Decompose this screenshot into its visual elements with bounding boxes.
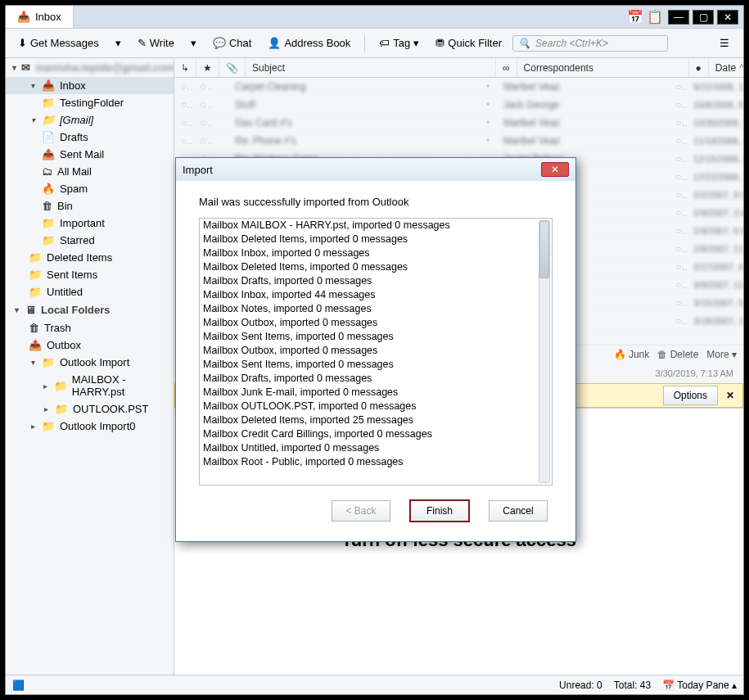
download-icon: ⬇ [18,37,27,49]
message-row[interactable]: ○☆Stuff•Jack George○10/8/2006, 5:18 … [174,96,743,114]
search-icon: 🔍 [518,38,530,49]
import-result-line: Mailbox Credit Card Billings, imported 0… [203,427,537,441]
dialog-message: Mail was successfully imported from Outl… [199,196,553,208]
close-button[interactable]: ✕ [717,10,738,25]
import-result-line: Mailbox Deleted Items, imported 25 messa… [203,413,537,427]
folder-starred[interactable]: 📁 Starred [6,232,174,249]
filter-icon: ⛃ [435,37,444,49]
person-icon: 👤 [268,37,281,49]
status-total: Total: 43 [614,680,651,691]
import-result-line: Mailbox Notes, imported 0 messages [203,302,537,316]
dialog-scrollbar[interactable] [539,220,550,483]
col-thread[interactable]: ↳ [174,58,196,77]
chat-button[interactable]: 💬 Chat [207,33,257,53]
folder-mailbox-harry[interactable]: ▸📁 MAILBOX - HARRY.pst [6,371,174,400]
import-result-line: Mailbox Inbox, imported 44 messages [203,288,537,302]
tag-icon: 🏷 [379,37,390,49]
import-result-line: Mailbox Drafts, imported 0 messages [203,372,537,386]
import-result-line: Mailbox Untitled, imported 0 messages [203,441,537,455]
folder-untitled[interactable]: 📁 Untitled [6,283,174,300]
scrollbar-thumb[interactable] [539,221,549,278]
cancel-button[interactable]: Cancel [489,500,548,522]
col-star[interactable]: ★ [196,58,219,77]
search-input[interactable]: 🔍 Search <Ctrl+K> [512,35,668,52]
import-result-line: Mailbox MAILBOX - HARRY.pst, imported 0 … [203,219,537,233]
status-bar: 🟦 Unread: 0 Total: 43 📅 Today Pane ▴ [6,675,743,694]
import-result-line: Mailbox OUTLOOK.PST, imported 0 messages [203,400,537,413]
import-result-line: Mailbox Outbox, imported 0 messages [203,316,537,330]
online-icon[interactable]: 🟦 [12,680,25,691]
folder-sent-items[interactable]: 📁 Sent Items [6,266,174,283]
minimize-button[interactable]: — [668,10,689,25]
chat-icon: 💬 [213,37,226,49]
tab-title: Inbox [35,11,61,23]
junk-button[interactable]: 🔥 Junk [614,349,650,360]
folder-outbox[interactable]: 📤 Outbox [6,336,174,354]
tag-button[interactable]: 🏷 Tag▾ [373,33,425,53]
import-result-line: Mailbox Deleted Items, imported 0 messag… [203,233,537,246]
more-button[interactable]: More ▾ [706,349,737,360]
folder-testing[interactable]: 📁 TestingFolder [6,94,174,111]
back-button[interactable]: < Back [332,500,390,522]
dialog-close-button[interactable]: ✕ [541,162,569,177]
import-result-line: Mailbox Sent Items, imported 0 messages [203,358,537,372]
folder-all-mail[interactable]: 🗂 All Mail [6,163,174,180]
folder-tree: ▾ ✉ manisha.lepide@gmail.com ▾📥 Inbox 📁 … [6,58,174,675]
col-read[interactable]: ∞ [496,58,517,77]
window-tab[interactable]: 📥 Inbox [6,6,74,29]
message-row[interactable]: ○☆Carpet Cleaning•Maribel Veaz○9/22/2006… [174,78,743,96]
folder-spam[interactable]: 🔥 Spam [6,180,174,197]
collapse-icon[interactable]: ▾ [12,63,16,72]
mail-icon: ✉ [21,61,30,74]
write-button[interactable]: ✎ Write [132,33,180,53]
import-dialog: Import ✕ Mail was successfully imported … [175,157,576,542]
folder-bin[interactable]: 🗑 Bin [6,197,174,215]
import-result-line: Mailbox Deleted Items, imported 0 messag… [203,260,537,274]
col-attach[interactable]: 📎 [219,58,246,77]
message-row[interactable]: ○☆Re: Phone #'s•Maribel Veaz○11/18/2006,… [174,132,743,150]
calendar-icon[interactable]: 📅 [627,9,643,25]
main-toolbar: ⬇ Get Messages ▾ ✎ Write ▾ 💬 Chat 👤 Addr… [6,29,743,58]
folder-trash[interactable]: 🗑 Trash [6,319,174,336]
message-row[interactable]: ○☆Gas Card #'s•Maribel Veaz○10/30/2006, … [174,114,743,132]
import-result-line: Mailbox Outbox, imported 0 messages [203,344,537,358]
account-row[interactable]: ▾ ✉ manisha.lepide@gmail.com [6,58,174,77]
options-close-icon[interactable]: ✕ [726,390,734,401]
import-result-line: Mailbox Drafts, imported 0 messages [203,274,537,288]
menu-button[interactable]: ☰ [712,33,737,53]
delete-button[interactable]: 🗑 Delete [657,349,698,360]
import-result-line: Mailbox Sent Items, imported 0 messages [203,330,537,344]
folder-inbox[interactable]: ▾📥 Inbox [6,77,174,94]
column-header: ↳ ★ 📎 Subject ∞ Correspondents ● Date ^ … [174,58,743,78]
address-book-button[interactable]: 👤 Address Book [262,33,356,53]
folder-outlook-pst[interactable]: ▸📁 OUTLOOK.PST [6,400,174,418]
dialog-title: Import [183,164,213,176]
folder-gmail[interactable]: ▾📁 [Gmail] [6,111,174,129]
folder-drafts[interactable]: 📄 Drafts [6,129,174,146]
tasks-icon[interactable]: 📋 [647,9,663,25]
pencil-icon: ✎ [138,37,147,49]
import-result-line: Mailbox Inbox, imported 0 messages [203,246,537,260]
get-messages-dropdown[interactable]: ▾ [110,33,127,53]
finish-button[interactable]: Finish [410,500,469,522]
col-date[interactable]: Date ^ [709,58,743,77]
write-dropdown[interactable]: ▾ [185,33,202,53]
folder-sent-mail[interactable]: 📤 Sent Mail [6,146,174,163]
col-subject[interactable]: Subject [246,58,496,77]
today-pane-button[interactable]: 📅 Today Pane ▴ [662,680,737,691]
local-folders[interactable]: ▾🖥 Local Folders [6,300,174,319]
folder-important[interactable]: 📁 Important [6,215,174,232]
import-results-list[interactable]: Mailbox MAILBOX - HARRY.pst, imported 0 … [199,218,553,485]
options-button[interactable]: Options [663,386,718,405]
folder-deleted-items[interactable]: 📁 Deleted Items [6,249,174,266]
import-result-line: Mailbox Root - Public, imported 0 messag… [203,455,537,469]
get-messages-button[interactable]: ⬇ Get Messages [12,33,105,53]
folder-outlook-import0[interactable]: ▸📁 Outlook Import0 [6,418,174,435]
quick-filter-button[interactable]: ⛃ Quick Filter [430,33,508,53]
search-placeholder: Search <Ctrl+K> [535,38,608,49]
import-result-line: Mailbox Junk E-mail, imported 0 messages [203,386,537,400]
folder-outlook-import[interactable]: ▾📁 Outlook Import [6,354,174,371]
maximize-button[interactable]: ▢ [693,10,714,25]
col-status[interactable]: ● [689,58,709,77]
col-correspondents[interactable]: Correspondents [517,58,689,77]
